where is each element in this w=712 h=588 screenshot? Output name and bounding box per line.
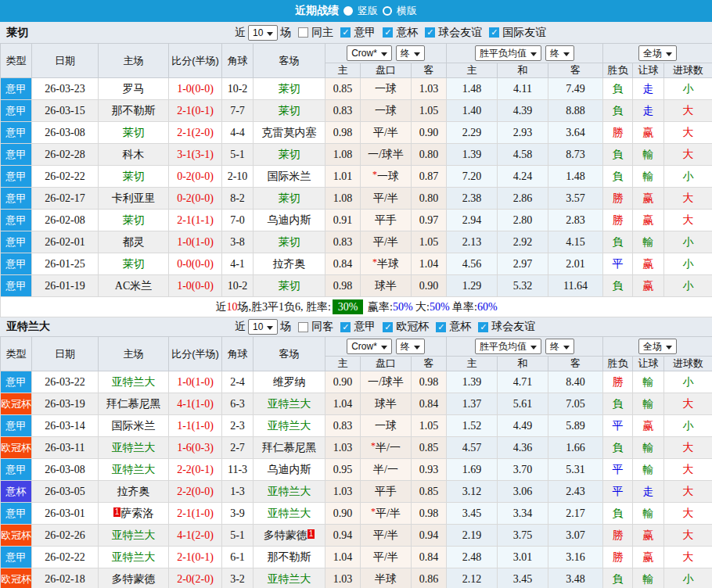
- goals-result-cell: 小: [664, 166, 712, 188]
- avg-away-cell: 5.89: [548, 415, 603, 437]
- odds-away-cell: 0.98: [412, 503, 447, 525]
- away-team-name: 拜仁慕尼黑: [262, 442, 317, 454]
- goals-result-cell: 大: [664, 459, 712, 481]
- league-type-badge: 意甲: [1, 210, 32, 231]
- handicap-cell: *半球: [361, 253, 412, 275]
- league-checkbox-0[interactable]: ✓: [340, 27, 351, 38]
- avg-draw-cell: 3.70: [498, 459, 548, 481]
- sub-header-8: 进球数: [664, 357, 712, 371]
- team-section-0: 莱切近10场同主✓意甲✓意杯✓球会友谊✓国际友谊类型日期主场比分(半场)角球客场…: [0, 22, 712, 317]
- away-team-name: 国际米兰: [268, 170, 311, 182]
- home-team-cell: 那不勒斯: [99, 100, 169, 122]
- away-team-cell: 莱切: [254, 231, 325, 253]
- avg-type-select[interactable]: 胜平负均值: [475, 45, 541, 61]
- avg-away-cell: 3.16: [548, 547, 603, 568]
- match-row: 意甲26-03-22亚特兰大1-0(1-0)2-4维罗纳0.90一/球半0.98…: [1, 371, 712, 393]
- away-team-cell: 莱切: [254, 78, 325, 100]
- away-team-name: 那不勒斯: [268, 551, 311, 563]
- avg-home-cell: 3.12: [447, 481, 498, 503]
- home-team-name: 亚特兰大: [112, 551, 156, 563]
- corner-cell: 2-7: [222, 437, 254, 459]
- away-team-cell: 那不勒斯: [254, 547, 325, 568]
- same-side-checkbox[interactable]: [298, 322, 308, 332]
- odds-home-cell: 1.08: [325, 188, 361, 210]
- avg-stage-select[interactable]: 终: [545, 45, 574, 61]
- league-type-badge: 意甲: [1, 415, 32, 437]
- goals-result-cell: 大: [664, 210, 712, 231]
- scope-select[interactable]: 全场: [638, 45, 677, 61]
- odds-stage-select[interactable]: 终: [396, 45, 425, 61]
- handicap-cell: 平手: [361, 210, 412, 231]
- match-row: 欧冠杯26-02-18多特蒙德2-0(2-0)3-2亚特兰大1.03半球0.86…: [1, 568, 712, 588]
- odds-stage-select[interactable]: 终: [396, 339, 425, 354]
- corner-cell: 5-1: [222, 525, 254, 547]
- home-team-cell: 亚特兰大: [99, 525, 169, 547]
- avg-home-cell: 1.29: [447, 275, 498, 297]
- odds-away-cell: 0.84: [412, 547, 447, 568]
- league-checkbox-0[interactable]: ✓: [340, 322, 351, 332]
- match-count-select[interactable]: 10: [248, 319, 278, 335]
- league-checkbox-3[interactable]: ✓: [489, 27, 499, 38]
- odds-home-cell: 0.83: [325, 100, 361, 122]
- col-header-5: 客场: [254, 44, 325, 78]
- horizontal-layout-label[interactable]: 横版: [397, 4, 417, 18]
- match-count-select[interactable]: 10: [248, 25, 278, 41]
- date-cell: 26-02-18: [32, 568, 99, 588]
- league-checkbox-1[interactable]: ✓: [383, 322, 393, 332]
- matches-label: 场: [280, 320, 291, 334]
- vertical-layout-label[interactable]: 竖版: [358, 4, 378, 18]
- home-team-name: 科木: [123, 149, 145, 160]
- handicap-cell: 一/球半: [361, 144, 412, 166]
- away-team-name: 莱切: [279, 280, 300, 292]
- league-label-3: 球会友谊: [491, 320, 535, 334]
- league-checkbox-2[interactable]: ✓: [436, 322, 446, 332]
- home-team-cell: 莱切: [99, 253, 169, 275]
- home-team-cell: AC米兰: [99, 275, 169, 297]
- odds-home-cell: 0.90: [325, 371, 361, 393]
- away-team-name: 亚特兰大: [268, 486, 311, 497]
- league-type-badge: 意甲: [1, 459, 32, 481]
- home-team-cell: 亚特兰大: [99, 371, 169, 393]
- handicap-cell: 球半: [361, 393, 412, 415]
- odds-home-cell: 1.04: [325, 393, 361, 415]
- scope-select[interactable]: 全场: [638, 339, 677, 354]
- header-select-group: Crow*终: [325, 45, 446, 61]
- avg-home-cell: 2.48: [447, 547, 498, 568]
- away-team-cell: 亚特兰大: [254, 503, 325, 525]
- match-row: 意甲26-01-25莱切0-0(0-0)4-1拉齐奥0.84*半球1.044.5…: [1, 253, 712, 275]
- col-header-1: 日期: [32, 337, 99, 371]
- avg-draw-cell: 2.80: [498, 210, 548, 231]
- vertical-layout-radio[interactable]: [343, 6, 353, 16]
- sub-header-2: 客: [412, 63, 447, 78]
- away-team-cell: 亚特兰大: [254, 481, 325, 503]
- date-cell: 26-03-14: [32, 415, 99, 437]
- league-checkbox-2[interactable]: ✓: [425, 27, 435, 38]
- match-row: 欧冠杯26-03-19拜仁慕尼黑4-1(1-0)6-3亚特兰大1.04球半0.8…: [1, 393, 712, 415]
- match-row: 欧冠杯26-03-11亚特兰大1-6(0-3)2-7拜仁慕尼黑1.03*半/一0…: [1, 437, 712, 459]
- avg-away-cell: 1.66: [548, 437, 603, 459]
- bookmaker-select[interactable]: Crow*: [347, 339, 392, 354]
- same-side-checkbox[interactable]: [298, 27, 308, 38]
- date-cell: 26-01-25: [32, 253, 99, 275]
- home-team-name: 都灵: [123, 236, 145, 248]
- date-cell: 26-03-05: [32, 481, 99, 503]
- handicap-result-cell: 走: [633, 100, 664, 122]
- away-team-cell: 莱切: [254, 275, 325, 297]
- summary-text: 50%: [430, 301, 450, 313]
- home-team-name: 那不勒斯: [112, 105, 156, 117]
- league-label-2: 球会友谊: [438, 26, 482, 40]
- bookmaker-select[interactable]: Crow*: [347, 45, 392, 61]
- avg-draw-cell: 2.97: [498, 253, 548, 275]
- matches-label: 场: [280, 26, 291, 40]
- home-team-cell: 多特蒙德: [99, 568, 169, 588]
- summary-text: 场,胜3平1负6, 胜率:: [237, 301, 330, 313]
- league-checkbox-3[interactable]: ✓: [478, 322, 488, 332]
- corner-cell: 4-1: [222, 253, 254, 275]
- home-team-name: 拉齐奥: [117, 486, 150, 497]
- odds-away-cell: 0.97: [412, 210, 447, 231]
- handicap-result-cell: 赢: [633, 415, 664, 437]
- avg-stage-select[interactable]: 终: [545, 339, 574, 354]
- league-checkbox-1[interactable]: ✓: [383, 27, 393, 38]
- horizontal-layout-radio[interactable]: [383, 6, 392, 16]
- avg-type-select[interactable]: 胜平负均值: [475, 339, 541, 354]
